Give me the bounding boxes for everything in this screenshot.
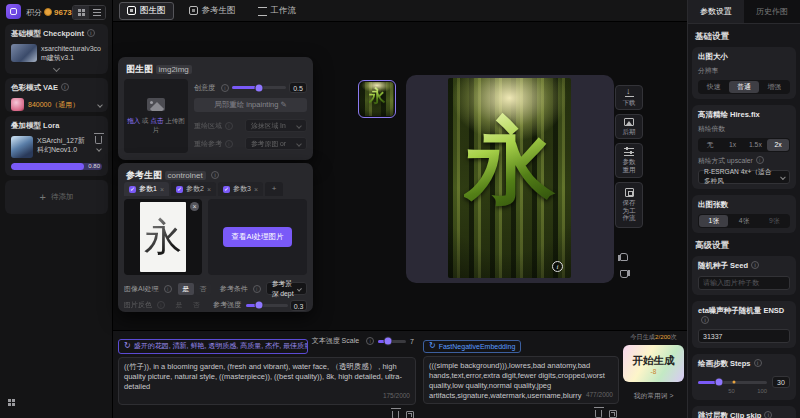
close-icon[interactable]: × [207, 186, 211, 193]
picture-icon [147, 98, 165, 111]
negative-prompt-input[interactable]: (((simple background))),lowres,bad anato… [423, 356, 619, 404]
hires-none[interactable]: 无 [699, 139, 721, 151]
res-enhanced[interactable]: 增强 [760, 81, 789, 93]
info-icon[interactable] [751, 261, 759, 269]
checkpoint-model[interactable]: xsarchitecturalv3com建筑v3.1 [11, 44, 102, 62]
count-4[interactable]: 4张 [729, 215, 758, 227]
info-icon[interactable] [764, 411, 772, 418]
close-icon[interactable]: × [160, 186, 164, 193]
controlnet-processed-area: 查看AI处理图片 [208, 199, 307, 275]
apps-grid-icon[interactable] [8, 399, 15, 406]
negative-prompt-box: ↻ FastNegativeEmbedding (((simple backgr… [423, 334, 619, 404]
info-icon[interactable] [754, 359, 762, 367]
info-icon[interactable] [221, 84, 229, 92]
tab-img2img[interactable]: 图生图 [119, 2, 174, 20]
info-icon[interactable] [253, 285, 261, 293]
info-icon[interactable] [164, 285, 172, 293]
lora-weight-slider[interactable]: 0.80 [11, 163, 102, 170]
steps-slider[interactable] [698, 381, 767, 384]
checkbox-checked-icon[interactable]: ✓ [129, 186, 136, 193]
download-button[interactable]: 下载 [615, 85, 643, 110]
view-ai-processed-button[interactable]: 查看AI处理图片 [223, 227, 291, 247]
region-dropdown[interactable]: 涂抹区域 In [245, 119, 307, 132]
steps-value[interactable]: 30 [772, 376, 790, 388]
info-icon[interactable] [87, 29, 95, 37]
result-thumbnail[interactable]: 永 [358, 80, 396, 118]
reuse-params-button[interactable]: 参数重用 [615, 143, 643, 178]
checkbox-checked-icon[interactable]: ✓ [223, 186, 230, 193]
postprocess-button[interactable]: 后期 [615, 114, 643, 139]
res-fast[interactable]: 快速 [699, 81, 728, 93]
ai-process-yes[interactable]: 是 [178, 283, 194, 295]
seed-input[interactable] [698, 276, 790, 290]
image-info-icon[interactable]: i [552, 261, 563, 272]
refresh-icon: ↻ [124, 342, 131, 350]
vae-select[interactable]: 840000（通用） [11, 98, 102, 111]
tab-controlnet[interactable]: 参考生图 [182, 3, 243, 19]
info-icon[interactable] [756, 156, 764, 164]
strength-slider[interactable] [246, 304, 288, 307]
invert-no[interactable]: 否 [188, 299, 204, 311]
positive-prompt-input[interactable]: ((竹子)), in a blooming garden, (fresh and… [118, 357, 416, 405]
tab-parameters[interactable]: 参数设置 [688, 0, 744, 23]
controlnet-tab-3[interactable]: ✓ 参数3 × [218, 182, 263, 196]
count-9[interactable]: 9张 [760, 215, 789, 227]
invert-yes[interactable]: 是 [171, 299, 187, 311]
delete-lora-icon[interactable] [95, 136, 102, 144]
info-icon[interactable] [61, 83, 69, 91]
generate-button[interactable]: 开始生成 -8 [623, 345, 684, 382]
seed-card: 随机种子 Seed [692, 256, 796, 295]
negative-embedding-chip[interactable]: ↻ FastNegativeEmbedding [423, 340, 521, 353]
ref-dropdown[interactable]: 参考原图 or [245, 137, 307, 150]
controlnet-tab-1[interactable]: ✓ 参数1 × [124, 182, 169, 196]
hires-1x[interactable]: 1x [722, 139, 744, 151]
ensd-input[interactable] [698, 329, 790, 343]
condition-dropdown[interactable]: 参考景深 dept [266, 282, 307, 295]
inpainting-button[interactable]: 局部重绘 inpainting ✎ [194, 98, 307, 112]
checkpoint-title: 基础模型 Checkpoint [11, 29, 84, 38]
lora-model[interactable]: XSArchi_127新科幻Neov1.0 [11, 136, 102, 158]
info-icon[interactable] [701, 316, 709, 324]
hires-2x[interactable]: 2x [767, 139, 789, 151]
controlnet-tab-2[interactable]: ✓ 参数2 × [171, 182, 216, 196]
ai-process-toggle: 是 否 [178, 283, 211, 295]
app-window: 积分96738 基础模型 Checkpoint xsarchitecturalv… [0, 0, 800, 418]
strength-value[interactable]: 0.3 [290, 300, 307, 311]
denoise-value[interactable]: 0.5 [289, 82, 307, 93]
denoise-slider[interactable] [232, 86, 286, 89]
save-workflow-button[interactable]: 保存为工作流 [615, 182, 643, 228]
app-logo-icon[interactable] [6, 4, 21, 19]
scale-slider[interactable] [378, 340, 406, 343]
count-1[interactable]: 1张 [699, 215, 728, 227]
add-lora-button[interactable]: + 待添加 [5, 180, 108, 214]
chevron-down-icon[interactable] [53, 65, 60, 72]
info-icon[interactable] [211, 171, 219, 179]
clear-negative-icon[interactable] [595, 410, 602, 418]
remove-image-icon[interactable]: × [190, 202, 199, 211]
grid-view-button[interactable] [73, 6, 89, 19]
vae-value: 840000（通用） [28, 100, 79, 109]
add-controlnet-tab-button[interactable]: + [265, 182, 283, 196]
thumbs-up-button[interactable] [617, 253, 629, 264]
tab-workflow[interactable]: 工作流 [251, 3, 304, 19]
close-icon[interactable]: × [254, 186, 258, 193]
prompt-keyword-chip[interactable]: ↻ 盛开的花园, 清新, 鲜艳, 透明质感, 高质量, 杰作, 最佳质量 [118, 339, 308, 354]
expand-prompt-icon[interactable] [406, 411, 414, 418]
expand-negative-icon[interactable] [609, 410, 617, 418]
info-icon[interactable] [366, 337, 374, 345]
image-upload-dropzone[interactable]: 拖入 或 点击 上传图片 [124, 79, 188, 153]
checkbox-checked-icon[interactable]: ✓ [176, 186, 183, 193]
list-view-button[interactable] [89, 6, 105, 19]
chevron-down-icon[interactable] [96, 146, 102, 152]
hires-1-5x[interactable]: 1.5x [745, 139, 767, 151]
ai-process-no[interactable]: 否 [195, 283, 211, 295]
my-phrases-link[interactable]: 我的常用词 > [623, 391, 684, 401]
reference-image[interactable]: 永 [140, 202, 186, 272]
thumbs-down-button[interactable] [617, 270, 629, 281]
generated-image[interactable]: 永 i [448, 78, 571, 278]
pencil-icon: ✎ [281, 100, 287, 109]
clear-prompt-icon[interactable] [392, 411, 399, 418]
upscaler-dropdown[interactable]: R-ESRGAN 4x+（适合多种风 [698, 170, 790, 184]
tab-history[interactable]: 历史作图 [744, 0, 800, 23]
res-normal[interactable]: 普通 [729, 81, 758, 93]
